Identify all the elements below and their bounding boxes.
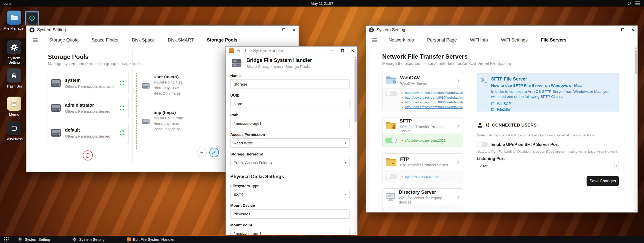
pool-card-system[interactable]: system Other's Permission: readwrite: [47, 72, 129, 94]
pool-card-default[interactable]: default Other's Permission: denied: [47, 122, 129, 144]
taskbar-item-system-setting-1[interactable]: System Setting: [18, 237, 50, 242]
drive-icon: [50, 103, 61, 112]
taskbar-item-edit-handler[interactable]: Edit File System Handler: [127, 237, 175, 241]
refresh-pools-button[interactable]: [83, 150, 93, 160]
webdav-card-header[interactable]: WebDAV WebDAV Server ›: [382, 72, 463, 88]
minimize-icon[interactable]: [611, 30, 614, 30]
ftp-card-header[interactable]: FTP File Transfer Protocol Server ›: [382, 154, 463, 170]
window-title: System Setting: [376, 27, 405, 32]
server-name: SFTP: [400, 118, 454, 124]
directory-server-icon: [385, 192, 396, 201]
webdav-toggle[interactable]: [385, 91, 397, 96]
pool-members-dropzone[interactable]: User (user:/) Mount Point: files/ Hierar…: [136, 73, 223, 149]
close-icon[interactable]: ×: [292, 27, 296, 33]
ftp-url[interactable]: ftp://dev.arozos.com:21: [405, 175, 440, 179]
access-permission-select[interactable]: Read Write ▾: [230, 138, 350, 148]
minimize-icon[interactable]: [272, 30, 275, 30]
webdav-url[interactable]: http://dev.arozos.com:8080/webdav/tmp: [405, 96, 463, 99]
filesystem-type-select[interactable]: EXT4 ▾: [230, 190, 350, 199]
chevron-right-icon[interactable]: ›: [457, 122, 460, 129]
tab-storage-pools[interactable]: Storage Pools: [200, 34, 244, 46]
sync-icon[interactable]: [119, 130, 125, 136]
titlebar[interactable]: Edit File System Handler ×: [226, 47, 357, 55]
bullet-arrow-icon: ▸: [402, 91, 403, 95]
app-launcher-icon[interactable]: [4, 237, 9, 242]
tab-space-finder[interactable]: Space Finder: [85, 34, 125, 46]
tab-file-servers[interactable]: File Servers: [534, 34, 573, 46]
scroll-down-icon[interactable]: ▼: [354, 231, 357, 235]
tab-disk-space[interactable]: Disk Space: [125, 34, 161, 46]
minimize-icon[interactable]: [331, 51, 334, 51]
divider: [47, 147, 129, 147]
sftp-url[interactable]: sftp://dev.arozos.com:2022: [405, 139, 445, 142]
taskbar-item-system-setting-2[interactable]: System Setting: [72, 237, 105, 242]
directory-card-header[interactable]: Directory Server Web file viewer for leg…: [382, 189, 463, 205]
uuid-input[interactable]: [230, 99, 350, 108]
tab-personal-page[interactable]: Personal Page: [421, 34, 463, 46]
mount-entry-tmp[interactable]: tmp (tmp:/) Mount Point: tmp/ Hierarchy:…: [142, 110, 223, 132]
webdav-url[interactable]: http://dev.arozos.com:8080/webdav/store: [405, 100, 463, 104]
ftp-toggle[interactable]: [385, 174, 397, 179]
listening-port-input[interactable]: [479, 164, 614, 168]
link-handler-button[interactable]: [209, 148, 219, 157]
number-spinner[interactable]: ▴ ▾: [614, 162, 619, 170]
mount-device-input[interactable]: [230, 209, 350, 219]
add-handler-button[interactable]: +: [197, 148, 207, 157]
client-link-filezilla[interactable]: FileZilla: [491, 107, 612, 111]
desktop-icon-selected[interactable]: [25, 11, 39, 25]
mount-entry-user[interactable]: User (user:/) Mount Point: files/ Hierar…: [142, 74, 223, 96]
webdav-url[interactable]: http://dev.arozos.com:8080/webdav/user: [405, 91, 463, 95]
tab-storage-quota[interactable]: Storage Quota: [43, 34, 85, 46]
scrollbar[interactable]: ▲ ▼: [634, 46, 637, 212]
path-input[interactable]: [230, 119, 350, 128]
webdav-folder-icon: [385, 75, 397, 85]
mount-point-input[interactable]: [230, 229, 350, 235]
desktop-icon-file-manager[interactable]: File Manager: [2, 11, 26, 31]
pool-card-administrator[interactable]: administrator Other's Permission: denied: [47, 97, 129, 119]
client-link-winscp[interactable]: WinSCP: [491, 101, 612, 106]
scroll-thumb[interactable]: [355, 59, 357, 122]
tab-wifi-settings[interactable]: WiFi Settings: [494, 34, 534, 46]
listening-port-field: ▴ ▾: [477, 162, 619, 170]
name-input[interactable]: [230, 79, 350, 89]
menu-icon[interactable]: [33, 38, 38, 42]
sync-icon[interactable]: [119, 105, 125, 111]
scroll-up-icon[interactable]: ▲: [354, 55, 357, 59]
mount-readonly: ReadOnly: false: [153, 126, 183, 132]
sftp-toggle[interactable]: [385, 138, 397, 143]
system-menu-icon[interactable]: [635, 2, 640, 5]
maximize-icon[interactable]: [282, 28, 285, 31]
desktop: ccns May 11 21:57 File Manager System Se…: [0, 0, 644, 243]
maximize-icon[interactable]: [341, 49, 344, 52]
titlebar[interactable]: System Setting ×: [366, 26, 637, 34]
desktop-icon-trash-bin[interactable]: Trash Bin: [2, 68, 26, 89]
scroll-down-icon[interactable]: ▼: [634, 209, 637, 212]
tab-wifi-info[interactable]: WiFi Info: [463, 34, 494, 46]
maximize-icon[interactable]: [621, 28, 624, 31]
sync-icon[interactable]: [119, 80, 125, 86]
menu-icon[interactable]: [372, 38, 377, 42]
scroll-up-icon[interactable]: ▲: [634, 46, 637, 50]
close-icon[interactable]: ×: [631, 27, 634, 33]
scroll-thumb[interactable]: [635, 50, 637, 74]
bullet-arrow-icon: ▸: [402, 175, 403, 178]
pool-permission: Other's Permission: denied: [65, 109, 110, 113]
chevron-right-icon[interactable]: ›: [457, 158, 460, 166]
notification-ring-icon[interactable]: [628, 2, 631, 5]
sftp-card-header[interactable]: SFTP SSH File Transfer Protocol Server ›: [382, 117, 463, 134]
tab-network-info[interactable]: Network Info: [382, 34, 421, 46]
close-icon[interactable]: ×: [351, 48, 354, 54]
tab-disk-smart[interactable]: Disk SMART: [161, 34, 200, 46]
desktop-icon-memo[interactable]: Memo: [2, 97, 26, 117]
webdav-url[interactable]: http://dev.arozos.com:8080/webdav/ls1: [405, 105, 463, 109]
desktop-icon-system-setting[interactable]: System Setting: [2, 38, 26, 66]
mount-point: Mount Point: files/: [153, 79, 183, 85]
titlebar[interactable]: System Setting ×: [26, 26, 299, 34]
desktop-icon-serverless[interactable]: Serverless: [2, 121, 26, 141]
storage-hierarchy-select[interactable]: Public Access Folders ▾: [230, 158, 350, 167]
chevron-right-icon[interactable]: ›: [457, 76, 460, 84]
scrollbar[interactable]: ▲ ▼: [354, 55, 357, 235]
chevron-right-icon[interactable]: ›: [457, 193, 460, 200]
upnp-toggle[interactable]: [477, 142, 488, 147]
save-changes-button[interactable]: Save Changes: [587, 176, 619, 186]
